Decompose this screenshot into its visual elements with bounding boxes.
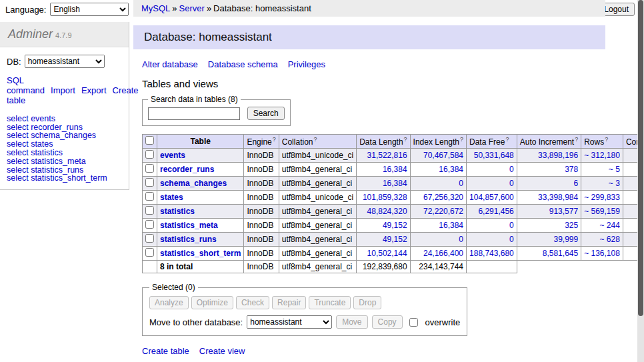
rows-link[interactable]: ~ 628: [600, 235, 620, 244]
rows-link[interactable]: ~ 244: [600, 221, 620, 230]
index-length-link[interactable]: 16,384: [439, 221, 463, 230]
scrollbar-thumb[interactable]: [638, 0, 643, 316]
select-all-checkbox[interactable]: [145, 136, 154, 145]
adminer-logo-link[interactable]: Adminer: [8, 27, 53, 41]
doc-help-link[interactable]: ?: [404, 136, 407, 143]
auto-increment-link[interactable]: 913,577: [549, 207, 578, 216]
table-name-link[interactable]: schema_changes: [160, 179, 227, 188]
check-button[interactable]: Check: [236, 296, 269, 309]
table-name-link[interactable]: statistics_runs: [160, 235, 217, 244]
data-length-link[interactable]: 101,859,328: [363, 193, 407, 202]
data-free-link[interactable]: 50,331,648: [474, 151, 514, 160]
sidebar-select-link[interactable]: select statistics: [7, 149, 122, 157]
auto-increment-link[interactable]: 33,898,196: [538, 151, 578, 160]
db-select[interactable]: homeassistant: [25, 55, 105, 68]
index-length-cell: 67,256,320: [410, 191, 466, 205]
auto-increment-link[interactable]: 8,581,645: [543, 249, 578, 258]
index-length-link[interactable]: 70,467,584: [423, 151, 463, 160]
language-select[interactable]: English: [50, 3, 129, 16]
data-length-link[interactable]: 49,152: [383, 221, 407, 230]
create-link[interactable]: Create view: [199, 346, 245, 356]
copy-button[interactable]: Copy: [372, 315, 403, 329]
sidebar-select-link[interactable]: select statistics_short_term: [7, 174, 122, 183]
doc-help-link[interactable]: ?: [273, 136, 276, 143]
doc-help-link[interactable]: ?: [460, 136, 463, 143]
drop-button[interactable]: Drop: [353, 296, 381, 309]
search-input[interactable]: [148, 107, 240, 120]
table-name-link[interactable]: recorder_runs: [160, 165, 214, 174]
breadcrumb-server-link[interactable]: Server: [179, 3, 205, 13]
doc-help-link[interactable]: ?: [575, 136, 578, 143]
overwrite-label[interactable]: overwrite: [425, 317, 461, 327]
db-action-link[interactable]: Privileges: [288, 59, 325, 69]
db-action-link[interactable]: Database schema: [208, 59, 278, 69]
data-length-cell: 31,522,816: [357, 149, 410, 163]
move-button[interactable]: Move: [336, 315, 367, 329]
data-free-link[interactable]: 188,743,680: [469, 249, 514, 258]
create-link[interactable]: Create table: [142, 346, 189, 356]
repair-button[interactable]: Repair: [272, 296, 306, 309]
tables-heading: Tables and views: [142, 78, 605, 89]
row-checkbox[interactable]: [145, 192, 154, 201]
data-free-link[interactable]: 104,857,600: [469, 193, 514, 202]
overwrite-checkbox[interactable]: [409, 318, 418, 327]
auto-increment-link[interactable]: 378: [565, 165, 578, 174]
table-name-link[interactable]: statistics_meta: [160, 221, 218, 230]
data-length-link[interactable]: 48,824,320: [367, 207, 407, 216]
auto-increment-link[interactable]: 33,398,984: [538, 193, 578, 202]
table-name-link[interactable]: statistics: [160, 207, 195, 216]
analyze-button[interactable]: Analyze: [149, 296, 189, 309]
sidebar-select-link[interactable]: select events: [7, 115, 122, 123]
rows-link[interactable]: ~ 569,159: [584, 207, 620, 216]
index-length-link[interactable]: 0: [459, 235, 463, 244]
sidebar-action-link[interactable]: Import: [51, 85, 75, 95]
data-free-link[interactable]: 0: [509, 165, 514, 174]
row-checkbox[interactable]: [145, 164, 154, 173]
auto-increment-link[interactable]: 39,999: [553, 235, 578, 244]
row-checkbox[interactable]: [145, 150, 154, 159]
data-length-link[interactable]: 16,384: [383, 179, 407, 188]
data-length-link[interactable]: 16,384: [383, 165, 407, 174]
auto-increment-link[interactable]: 6: [573, 179, 578, 188]
data-length-link[interactable]: 31,522,816: [367, 151, 407, 160]
row-checkbox[interactable]: [145, 220, 154, 229]
sidebar-action-link[interactable]: Export: [81, 85, 107, 95]
row-checkbox[interactable]: [145, 248, 154, 257]
sidebar-action-link[interactable]: SQL command: [7, 75, 45, 95]
index-length-link[interactable]: 72,220,672: [423, 207, 463, 216]
data-free-link[interactable]: 0: [509, 221, 514, 230]
engine-cell: InnoDB: [244, 233, 279, 247]
truncate-button[interactable]: Truncate: [309, 296, 351, 309]
table-name-link[interactable]: states: [160, 193, 183, 202]
rows-link[interactable]: ~ 312,180: [584, 151, 620, 160]
auto-increment-link[interactable]: 325: [565, 221, 578, 230]
row-checkbox[interactable]: [145, 206, 154, 215]
search-button[interactable]: Search: [247, 107, 285, 120]
sidebar-select-link[interactable]: select statistics_meta: [7, 157, 122, 166]
doc-help-link[interactable]: ?: [605, 136, 608, 143]
move-db-select[interactable]: homeassistant: [247, 315, 332, 329]
data-free-link[interactable]: 0: [509, 235, 514, 244]
rows-link[interactable]: ~ 5: [609, 165, 620, 174]
index-length-link[interactable]: 67,256,320: [423, 193, 463, 202]
index-length-link[interactable]: 24,166,400: [423, 249, 463, 258]
row-checkbox[interactable]: [145, 234, 154, 243]
scrollbar[interactable]: [637, 0, 644, 362]
rows-link[interactable]: ~ 299,833: [584, 193, 620, 202]
table-name-link[interactable]: events: [160, 151, 185, 160]
data-length-link[interactable]: 10,502,144: [367, 249, 407, 258]
data-free-link[interactable]: 6,291,456: [478, 207, 513, 216]
data-free-link[interactable]: 0: [509, 179, 514, 188]
index-length-link[interactable]: 16,384: [439, 165, 463, 174]
data-length-link[interactable]: 49,152: [383, 235, 407, 244]
doc-help-link[interactable]: ?: [313, 136, 317, 143]
rows-link[interactable]: ~ 136,108: [584, 249, 620, 258]
row-checkbox[interactable]: [145, 178, 154, 187]
breadcrumb-mysql-link[interactable]: MySQL: [141, 3, 170, 13]
doc-help-link[interactable]: ?: [505, 136, 509, 143]
index-length-link[interactable]: 0: [459, 179, 463, 188]
db-action-link[interactable]: Alter database: [142, 59, 198, 69]
rows-link[interactable]: ~ 3: [609, 179, 620, 188]
optimize-button[interactable]: Optimize: [191, 296, 233, 309]
table-name-link[interactable]: statistics_short_term: [160, 249, 241, 258]
